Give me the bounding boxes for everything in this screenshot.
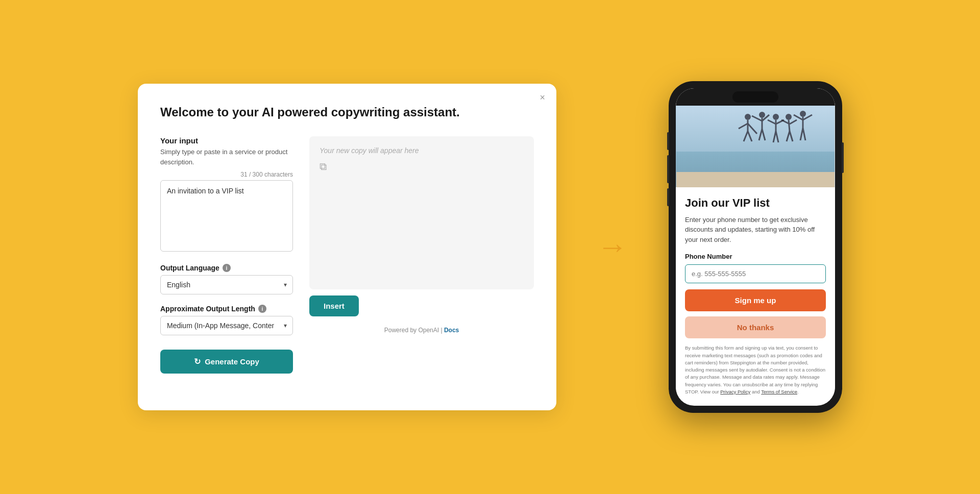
phone-mockup: Join our VIP list Enter your phone numbe… (669, 81, 842, 413)
arrow-icon: → (597, 232, 628, 262)
phone-number-label: Phone Number (685, 253, 826, 260)
sign-me-up-button[interactable]: Sign me up (685, 289, 826, 311)
language-label-row: Output Language i (160, 264, 293, 272)
and-text: and (750, 389, 761, 394)
length-label-row: Approximate Output Length i (160, 305, 293, 313)
phone-volume-down-button (667, 188, 669, 206)
length-field-group: Approximate Output Length i Short (SMS, … (160, 305, 293, 335)
phone-disclaimer: By submitting this form and signing up v… (685, 344, 826, 396)
length-select-wrapper: Short (SMS, Push Notification) Medium (I… (160, 316, 293, 335)
output-area: Your new copy will appear here ⧉ (309, 136, 534, 289)
char-count: 31 / 300 characters (160, 171, 293, 178)
left-panel: Your input Simply type or paste in a ser… (160, 136, 293, 374)
phone-top-bar (676, 88, 835, 106)
generate-copy-label: Generate Copy (205, 357, 259, 366)
phone-screen: Join our VIP list Enter your phone numbe… (676, 88, 835, 406)
phone-number-input[interactable] (685, 264, 826, 283)
language-select[interactable]: English Spanish French German (160, 275, 293, 294)
phone-volume-up-button (667, 155, 669, 183)
length-label: Approximate Output Length (160, 305, 255, 313)
powered-by-text: Powered by OpenAI | (384, 327, 444, 334)
language-label: Output Language (160, 264, 219, 272)
powered-by: Powered by OpenAI | Docs (309, 327, 534, 334)
your-input-section: Your input Simply type or paste in a ser… (160, 136, 293, 254)
phone-content: Join our VIP list Enter your phone numbe… (676, 187, 835, 406)
svg-point-21 (786, 114, 792, 120)
no-thanks-button[interactable]: No thanks (685, 316, 826, 338)
close-button[interactable]: × (540, 93, 545, 102)
copy-icon[interactable]: ⧉ (320, 161, 524, 172)
generate-copy-button[interactable]: ↻ Generate Copy (160, 350, 293, 374)
copy-input-textarea[interactable]: An invitation to a VIP list (160, 180, 293, 252)
docs-link[interactable]: Docs (444, 327, 459, 334)
hero-svg (676, 106, 835, 187)
your-input-description: Simply type or paste in a service or pro… (160, 147, 293, 167)
phone-description: Enter your phone number to get exclusive… (685, 215, 826, 245)
language-select-wrapper: English Spanish French German ▾ (160, 275, 293, 294)
modal-title: Welcome to your AI powered copywriting a… (160, 104, 534, 120)
arrow-container: → (597, 232, 628, 262)
phone-power-button (842, 142, 844, 173)
refresh-icon: ↻ (194, 357, 201, 366)
length-select[interactable]: Short (SMS, Push Notification) Medium (I… (160, 316, 293, 335)
privacy-policy-link[interactable]: Privacy Policy (720, 389, 750, 394)
svg-point-9 (759, 112, 765, 118)
svg-line-22 (789, 120, 790, 131)
svg-point-3 (745, 114, 751, 120)
phone-notch-pill (732, 91, 778, 103)
modal: × Welcome to your AI powered copywriting… (138, 84, 556, 410)
period: . (797, 389, 799, 394)
right-panel: Your new copy will appear here ⧉ Insert … (309, 136, 534, 374)
length-info-icon[interactable]: i (258, 305, 266, 313)
svg-point-15 (773, 114, 779, 120)
svg-rect-2 (676, 172, 835, 187)
your-input-label: Your input (160, 136, 293, 145)
phone-vip-title: Join our VIP list (685, 196, 826, 210)
phone-mute-button (667, 132, 669, 150)
hero-image (676, 106, 835, 187)
output-placeholder: Your new copy will appear here (320, 146, 524, 155)
main-container: × Welcome to your AI powered copywriting… (0, 81, 980, 413)
svg-point-27 (800, 111, 806, 117)
disclaimer-text: By submitting this form and signing up v… (685, 345, 825, 394)
language-info-icon[interactable]: i (223, 264, 231, 272)
insert-button[interactable]: Insert (309, 295, 359, 316)
language-field-group: Output Language i English Spanish French… (160, 264, 293, 294)
modal-body: Your input Simply type or paste in a ser… (160, 136, 534, 374)
terms-link[interactable]: Terms of Service (761, 389, 797, 394)
